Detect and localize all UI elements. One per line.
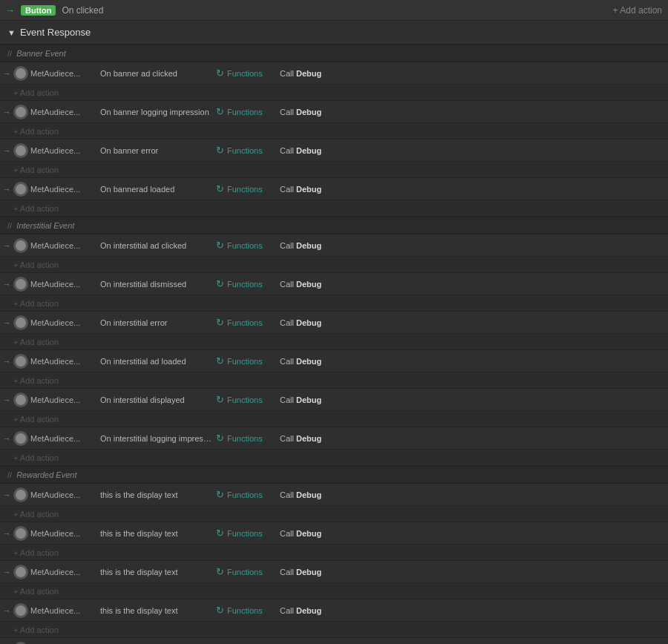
event-row[interactable]: →MetAudiece...On bannerad loaded↻Functio… — [0, 178, 668, 200]
functions-label[interactable]: Functions — [227, 280, 275, 289]
functions-label[interactable]: Functions — [227, 606, 275, 615]
event-row-group: →MetAudiece...On banner error↻FunctionsC… — [0, 139, 668, 178]
event-row-group: →MetAudiece...On interstitial displayed↻… — [0, 389, 668, 427]
event-trigger-text: On banner ad clicked — [97, 69, 212, 78]
functions-label[interactable]: Functions — [227, 434, 275, 443]
event-row[interactable]: →MetAudiece...this is the display text↻F… — [0, 638, 668, 644]
row-arrow-icon: → — [0, 529, 13, 538]
functions-label[interactable]: Functions — [227, 241, 275, 250]
event-trigger-text: On interstitial dismissed — [97, 280, 212, 289]
avatar — [13, 354, 28, 369]
functions-label[interactable]: Functions — [227, 318, 275, 327]
event-row-group: →MetAudiece...this is the display text↻F… — [0, 599, 668, 638]
functions-cycle-icon: ↻ — [212, 355, 227, 367]
row-arrow-icon: → — [0, 69, 13, 78]
banner-event-divider: // Banner Event — [0, 45, 668, 62]
chevron-down-icon: ▼ — [7, 28, 16, 37]
functions-label[interactable]: Functions — [227, 568, 275, 576]
row-arrow-icon: → — [0, 434, 13, 443]
event-trigger-text: On banner logging impression — [97, 108, 212, 116]
event-action-text: Call Debug — [275, 146, 665, 155]
add-action-row[interactable]: + Add action — [0, 295, 668, 312]
event-action-text: Call Debug — [275, 395, 665, 404]
event-row[interactable]: →MetAudiece...On banner ad clicked↻Funct… — [0, 62, 668, 85]
functions-cycle-icon: ↻ — [212, 489, 227, 500]
event-row[interactable]: →MetAudiece...this is the display text↻F… — [0, 484, 668, 506]
top-bar-add-action[interactable]: + Add action — [613, 5, 662, 16]
add-action-row[interactable]: + Add action — [0, 545, 668, 561]
avatar — [13, 277, 28, 292]
event-trigger-text: On interstitial error — [97, 318, 212, 327]
row-arrow-icon: → — [0, 490, 13, 499]
functions-label[interactable]: Functions — [227, 69, 275, 78]
event-action-text: Call Debug — [275, 280, 665, 289]
event-source: MetAudiece... — [30, 606, 97, 615]
event-row-group: →MetAudiece...On banner ad clicked↻Funct… — [0, 62, 668, 101]
event-row[interactable]: →MetAudiece...On interstitial displayed↻… — [0, 389, 668, 411]
event-row[interactable]: →MetAudiece...On interstitial logging im… — [0, 427, 668, 450]
add-action-label: + Add action — [13, 260, 59, 269]
event-source: MetAudiece... — [30, 490, 97, 499]
event-row[interactable]: →MetAudiece...this is the display text↻F… — [0, 599, 668, 622]
event-row[interactable]: →MetAudiece...On banner logging impressi… — [0, 101, 668, 123]
add-action-row[interactable]: + Add action — [0, 506, 668, 522]
avatar — [13, 315, 28, 330]
functions-label[interactable]: Functions — [227, 490, 275, 499]
add-action-row[interactable]: + Add action — [0, 372, 668, 389]
top-bar: → Button On clicked + Add action — [0, 0, 668, 21]
event-trigger-text: On banner error — [97, 146, 212, 155]
avatar — [13, 66, 28, 81]
add-action-row[interactable]: + Add action — [0, 123, 668, 139]
event-trigger-text: On interstitial ad clicked — [97, 241, 212, 250]
event-response-header[interactable]: ▼ Event Response — [0, 21, 668, 45]
add-action-row[interactable]: + Add action — [0, 334, 668, 350]
avatar — [13, 431, 28, 446]
event-action-text: Call Debug — [275, 529, 665, 538]
divider-slashes-3: // — [7, 470, 12, 479]
row-arrow-icon: → — [0, 357, 13, 366]
add-action-row[interactable]: + Add action — [0, 162, 668, 178]
event-row-group: →MetAudiece...On bannerad loaded↻Functio… — [0, 178, 668, 217]
event-action-text: Call Debug — [275, 108, 665, 116]
row-arrow-icon: → — [0, 395, 13, 404]
add-action-label: + Add action — [13, 453, 59, 462]
event-trigger-text: this is the display text — [97, 529, 212, 538]
event-row[interactable]: →MetAudiece...this is the display text↻F… — [0, 522, 668, 545]
add-action-row[interactable]: + Add action — [0, 411, 668, 427]
event-row[interactable]: →MetAudiece...this is the display text↻F… — [0, 561, 668, 583]
rewarded-event-label: Rewarded Event — [16, 470, 76, 479]
add-action-row[interactable]: + Add action — [0, 450, 668, 466]
event-row[interactable]: →MetAudiece...On banner error↻FunctionsC… — [0, 139, 668, 162]
row-arrow-icon: → — [0, 606, 13, 615]
event-row[interactable]: →MetAudiece...On interstitial dismissed↻… — [0, 273, 668, 295]
event-row[interactable]: →MetAudiece...On interstitial ad clicked… — [0, 234, 668, 257]
event-source: MetAudiece... — [30, 280, 97, 289]
avatar — [13, 143, 28, 158]
functions-label[interactable]: Functions — [227, 185, 275, 194]
add-action-row[interactable]: + Add action — [0, 200, 668, 217]
event-row-group: →MetAudiece...On interstitial error↻Func… — [0, 312, 668, 350]
event-row[interactable]: →MetAudiece...On interstitial ad loaded↻… — [0, 350, 668, 372]
event-action-text: Call Debug — [275, 318, 665, 327]
row-arrow-icon: → — [0, 280, 13, 289]
event-row-group: →MetAudiece...this is the display text↻F… — [0, 638, 668, 644]
add-action-row[interactable]: + Add action — [0, 257, 668, 273]
add-action-label: + Add action — [13, 88, 59, 97]
add-action-label: + Add action — [13, 165, 59, 174]
functions-label[interactable]: Functions — [227, 529, 275, 538]
functions-cycle-icon: ↻ — [212, 183, 227, 194]
add-action-row[interactable]: + Add action — [0, 85, 668, 101]
functions-label[interactable]: Functions — [227, 146, 275, 155]
add-action-row[interactable]: + Add action — [0, 622, 668, 638]
event-source: MetAudiece... — [30, 568, 97, 576]
row-arrow-icon: → — [0, 108, 13, 116]
functions-label[interactable]: Functions — [227, 357, 275, 366]
functions-label[interactable]: Functions — [227, 108, 275, 116]
functions-label[interactable]: Functions — [227, 395, 275, 404]
avatar — [13, 105, 28, 119]
add-action-row[interactable]: + Add action — [0, 583, 668, 599]
add-action-label: + Add action — [13, 127, 59, 136]
event-row[interactable]: →MetAudiece...On interstitial error↻Func… — [0, 312, 668, 334]
add-action-label: + Add action — [13, 376, 59, 385]
row-arrow-icon: → — [0, 146, 13, 155]
